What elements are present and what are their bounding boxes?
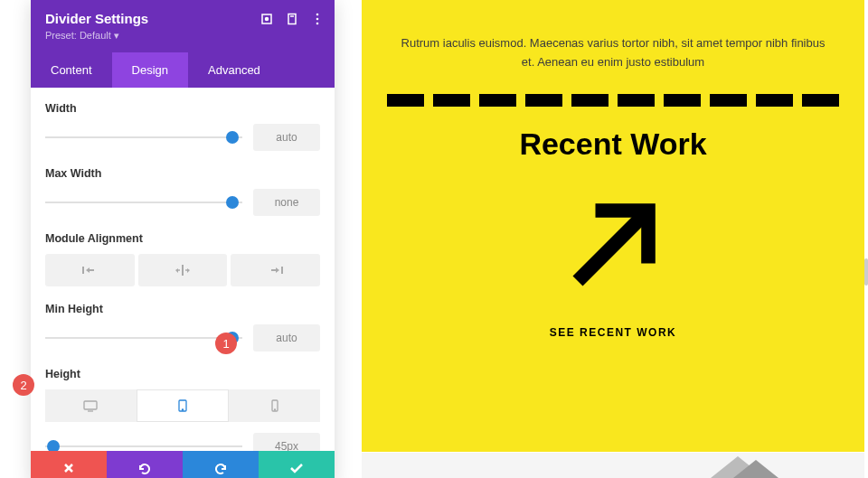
see-work-link[interactable]: SEE RECENT WORK (387, 326, 839, 339)
min-height-input[interactable] (253, 324, 320, 351)
min-height-slider[interactable] (45, 327, 242, 349)
save-button[interactable] (259, 451, 335, 478)
bottom-section (362, 453, 864, 478)
preview-area: Rutrum iaculis euismod. Maecenas varius … (362, 0, 864, 452)
align-left-button[interactable] (45, 254, 135, 286)
width-slider[interactable] (45, 127, 242, 148)
preview-paragraph: Rutrum iaculis euismod. Maecenas varius … (396, 34, 830, 72)
svg-line-18 (578, 216, 643, 281)
page-icon[interactable] (286, 13, 298, 25)
divider-preview (387, 94, 839, 107)
panel-body: Width Max Width Module Alignment (31, 88, 335, 451)
height-slider[interactable] (45, 436, 242, 451)
device-tablet-button[interactable] (137, 389, 230, 422)
svg-point-1 (266, 18, 269, 21)
preview-scrollbar[interactable] (864, 258, 868, 286)
align-right-button[interactable] (231, 254, 320, 286)
cancel-button[interactable] (31, 451, 107, 478)
height-label: Height (45, 368, 320, 380)
more-icon[interactable] (311, 13, 324, 25)
device-phone-button[interactable] (229, 389, 320, 422)
svg-point-13 (182, 409, 183, 410)
device-desktop-button[interactable] (45, 389, 137, 422)
svg-rect-10 (84, 401, 97, 409)
svg-point-6 (316, 23, 319, 25)
preset-selector[interactable]: Preset: Default ▾ (45, 30, 320, 42)
max-width-slider[interactable] (45, 192, 242, 213)
svg-point-5 (316, 18, 319, 21)
callout-2: 2 (13, 374, 34, 396)
svg-point-4 (316, 14, 319, 16)
svg-rect-2 (288, 14, 296, 24)
width-input[interactable] (253, 124, 320, 151)
min-height-label: Min Height (45, 303, 320, 315)
height-input[interactable] (253, 433, 320, 451)
svg-point-15 (274, 409, 275, 410)
arrow-icon (554, 187, 672, 305)
svg-rect-8 (182, 265, 184, 276)
panel-footer (31, 451, 335, 478)
max-width-input[interactable] (253, 189, 320, 216)
panel-header[interactable]: Divider Settings Preset: Default ▾ (31, 0, 335, 52)
settings-panel: Divider Settings Preset: Default ▾ Conte… (31, 0, 335, 478)
callout-1: 1 (215, 333, 237, 354)
tab-design[interactable]: Design (112, 52, 188, 88)
undo-button[interactable] (107, 451, 183, 478)
tab-advanced[interactable]: Advanced (188, 52, 280, 88)
tab-content[interactable]: Content (31, 52, 112, 88)
svg-rect-9 (281, 267, 283, 274)
settings-tabs: Content Design Advanced (31, 52, 335, 88)
redo-button[interactable] (183, 451, 259, 478)
preview-heading: Recent Work (387, 127, 839, 162)
width-label: Width (45, 102, 320, 115)
expand-icon[interactable] (260, 13, 273, 25)
align-center-button[interactable] (138, 254, 228, 286)
alignment-label: Module Alignment (45, 232, 320, 245)
svg-rect-7 (82, 267, 84, 274)
building-image (684, 455, 792, 478)
max-width-label: Max Width (45, 167, 320, 180)
